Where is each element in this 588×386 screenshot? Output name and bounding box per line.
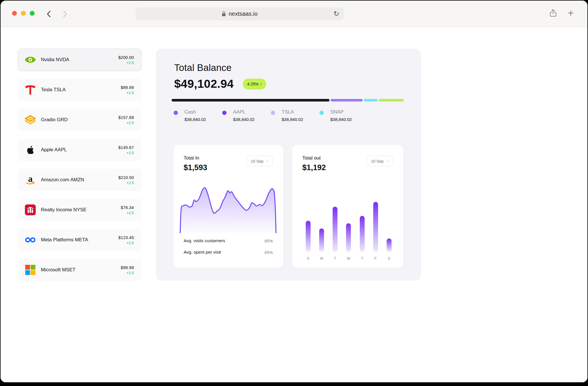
stock-name: Gradio GRD: [41, 117, 118, 123]
stock-name: Meta Platforms META: [41, 237, 118, 243]
day-label: T: [355, 256, 369, 260]
legend-label: AAPL: [233, 109, 255, 115]
meta-logo-icon: [24, 234, 36, 246]
close-window-button[interactable]: [12, 11, 17, 16]
stock-price: $210.50: [118, 175, 134, 180]
new-tab-icon[interactable]: +: [568, 8, 574, 18]
stock-name: Tesla TSLA: [41, 87, 121, 93]
stock-name: Realty Income NYSE: [41, 207, 121, 213]
window-controls: [12, 11, 35, 16]
screen: nextsaas.io ↻ + Nvidia NVDA $200.00+2.5: [0, 0, 588, 386]
microsoft-logo-icon: [24, 264, 36, 276]
tsla-dot-icon: [271, 111, 275, 115]
period-value: 10 Sep: [251, 159, 263, 164]
stock-change: +2.5: [126, 241, 134, 245]
legend-item-cash: Cash $38,840.02: [174, 109, 222, 122]
total-balance-amount: $49,102.94: [174, 77, 234, 91]
stock-item-tesla[interactable]: Tesla TSLA $89.99+2.5: [18, 79, 142, 101]
gradio-logo-icon: [24, 114, 36, 126]
day-bar: [373, 202, 378, 252]
stat-value: 45%: [264, 250, 273, 255]
balance-change-value: 4.25%: [247, 82, 259, 86]
browser-toolbar: nextsaas.io ↻ +: [1, 1, 587, 27]
total-balance-title: Total Balance: [174, 62, 232, 73]
allocation-legend: Cash $38,840.02 AAPL $38,840.02 TSLA $: [174, 109, 368, 122]
stock-item-apple[interactable]: Apple AAPL $145.67+2.5: [18, 139, 142, 161]
stock-price: $76.34: [121, 205, 134, 210]
total-in-period-dropdown[interactable]: 10 Sep ⌄: [247, 156, 273, 166]
reload-icon[interactable]: ↻: [333, 10, 339, 18]
day-label: F: [369, 256, 382, 260]
day-label: S: [382, 256, 396, 260]
up-arrow-icon: ↑: [260, 82, 262, 86]
legend-item-snap: SNAP $38,840.02: [319, 109, 368, 122]
stock-change: +2.5: [126, 151, 134, 155]
total-in-chart: [180, 186, 279, 234]
balance-change-badge: 4.25% ↑: [243, 79, 266, 89]
stock-price: $123.45: [118, 235, 134, 240]
total-in-stats: Avg. visits customers 45% Avg. spent per…: [184, 238, 273, 255]
minimize-window-button[interactable]: [21, 11, 26, 16]
day-label: M: [315, 256, 328, 260]
legend-value: $38,840.02: [282, 117, 303, 122]
total-out-value: $1,192: [302, 163, 326, 172]
tesla-logo-icon: [24, 84, 36, 96]
apple-logo-icon: [24, 144, 36, 156]
total-in-card: Total In $1,593 10 Sep ⌄: [174, 145, 283, 268]
address-bar[interactable]: nextsaas.io ↻: [136, 7, 344, 20]
stock-item-nvidia[interactable]: Nvidia NVDA $200.00+2.5: [18, 49, 142, 71]
total-out-day-labels: SMTWTFS: [301, 256, 396, 260]
stock-name: Apple AAPL: [41, 147, 118, 153]
stock-change: +2.5: [126, 211, 134, 215]
amazon-logo-icon: a: [24, 174, 36, 186]
day-label: W: [342, 256, 355, 260]
stat-row-spent: Avg. spent per visit 45%: [184, 250, 273, 255]
stock-change: +2.5: [126, 181, 134, 185]
stat-row-visits: Avg. visits customers 45%: [184, 238, 273, 243]
balance-panel: Total Balance $49,102.94 4.25% ↑ Cash $3…: [156, 49, 421, 281]
legend-value: $38,840.02: [233, 117, 255, 122]
legend-item-aapl: AAPL $38,840.02: [222, 109, 271, 122]
stock-item-gradio[interactable]: Gradio GRD $157.89+2.5: [18, 109, 142, 131]
chevron-down-icon: ⌄: [266, 158, 269, 163]
stock-item-microsoft[interactable]: Microsoft MSET $99.99+2.5: [18, 259, 142, 281]
forward-button[interactable]: [60, 9, 70, 19]
share-icon[interactable]: [549, 9, 557, 17]
legend-label: Cash: [184, 109, 206, 115]
period-value: 10 Sep: [371, 159, 384, 164]
back-button[interactable]: [44, 9, 54, 19]
stat-label: Avg. visits customers: [184, 238, 225, 243]
stat-label: Avg. spent per visit: [184, 250, 221, 255]
stock-watchlist: Nvidia NVDA $200.00+2.5 Tesla TSLA $89.9…: [18, 49, 142, 289]
total-out-period-dropdown[interactable]: 10 Sep ⌄: [367, 156, 393, 166]
stock-price: $157.89: [118, 115, 134, 120]
nvidia-logo-icon: [24, 54, 36, 66]
zoom-window-button[interactable]: [30, 11, 35, 16]
stock-name: Nvidia NVDA: [41, 57, 118, 63]
lock-icon: [222, 11, 226, 17]
allocation-bar: [172, 99, 404, 102]
stock-name: Microsoft MSET: [41, 267, 121, 273]
day-bar: [306, 221, 311, 252]
legend-label: TSLA: [282, 109, 303, 115]
stock-item-meta[interactable]: Meta Platforms META $123.45+2.5: [18, 229, 142, 251]
legend-label: SNAP: [330, 109, 352, 115]
page-content: Nvidia NVDA $200.00+2.5 Tesla TSLA $89.9…: [1, 27, 587, 382]
day-bar: [333, 207, 337, 252]
legend-value: $38,840.02: [184, 117, 206, 122]
stock-change: +2.5: [126, 61, 134, 65]
cash-dot-icon: [174, 111, 178, 115]
day-bar: [387, 238, 392, 252]
snap-dot-icon: [319, 111, 324, 115]
stock-price: $99.99: [121, 265, 134, 270]
total-out-bars: [301, 200, 396, 252]
chevron-down-icon: ⌄: [386, 158, 389, 163]
stat-value: 45%: [264, 238, 273, 243]
stock-item-amazon[interactable]: a Amazon.com AMZN $210.50+2.5: [18, 169, 142, 191]
stock-price: $89.99: [121, 85, 134, 90]
day-label: T: [328, 256, 342, 260]
legend-value: $38,840.02: [330, 117, 352, 122]
day-bar: [319, 228, 324, 252]
stock-item-realty-income[interactable]: Realty Income NYSE $76.34+2.5: [18, 199, 142, 221]
url-text: nextsaas.io: [229, 11, 257, 17]
